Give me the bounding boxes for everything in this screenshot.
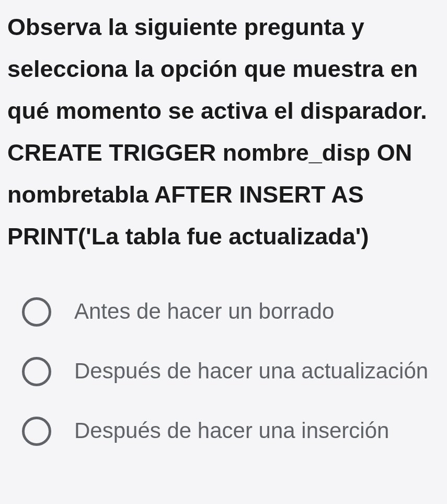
option-label: Antes de hacer un borrado	[74, 298, 334, 324]
option-label: Después de hacer una actualización	[74, 358, 428, 384]
option-row-1[interactable]: Antes de hacer un borrado	[22, 297, 440, 327]
options-container: Antes de hacer un borrado Después de hac…	[7, 297, 440, 446]
option-row-2[interactable]: Después de hacer una actualización	[22, 357, 440, 386]
radio-icon[interactable]	[22, 297, 51, 327]
option-row-3[interactable]: Después de hacer una inserción	[22, 417, 440, 446]
option-label: Después de hacer una inserción	[74, 418, 389, 444]
radio-icon[interactable]	[22, 417, 51, 446]
question-text: Observa la siguiente pregunta y seleccio…	[7, 6, 440, 258]
radio-icon[interactable]	[22, 357, 51, 386]
